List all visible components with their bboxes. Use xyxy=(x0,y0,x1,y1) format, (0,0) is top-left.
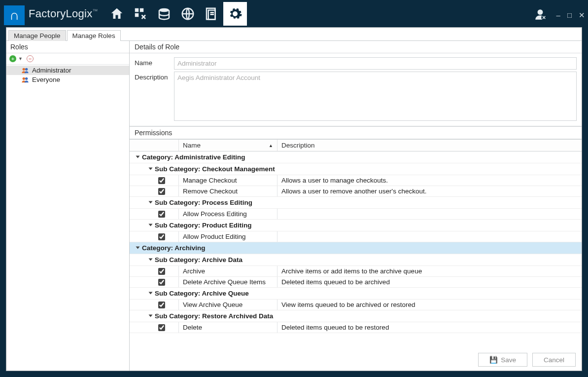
description-label: Description xyxy=(135,72,169,121)
permission-row: ArchiveArchive items or add items to the… xyxy=(130,266,582,277)
permission-checkbox[interactable] xyxy=(158,233,165,240)
permission-row: Remove CheckoutAllows a user to remove a… xyxy=(130,186,582,197)
svg-rect-1 xyxy=(140,8,144,12)
maximize-icon[interactable]: □ xyxy=(567,11,572,20)
svg-point-13 xyxy=(23,77,25,79)
app-logo: ∩ xyxy=(4,5,25,25)
save-button[interactable]: 💾 Save xyxy=(478,353,527,367)
subcategory-row[interactable]: Sub Category: Process Editing xyxy=(130,197,582,209)
permission-checkbox[interactable] xyxy=(158,302,165,308)
tab-manage-roles[interactable]: Manage Roles xyxy=(67,30,121,41)
expand-icon xyxy=(136,155,140,158)
permission-row: View Archive QueueView items queued to b… xyxy=(130,300,582,310)
permission-checkbox[interactable] xyxy=(158,211,165,218)
permission-name: Allow Process Editing xyxy=(179,209,277,219)
category-row[interactable]: Category: Archiving xyxy=(130,242,582,254)
subcategory-row[interactable]: Sub Category: Checkout Management xyxy=(130,163,582,175)
grid-edit-icon[interactable] xyxy=(129,2,152,26)
subcategory-row[interactable]: Sub Category: Restore Archived Data xyxy=(130,310,582,322)
svg-point-3 xyxy=(159,8,169,12)
permission-description: Archive items or add items to the archiv… xyxy=(277,266,582,276)
permissions-title: Permissions xyxy=(130,126,582,139)
permission-description: Deleted items queued to be restored xyxy=(277,322,582,333)
report-icon[interactable] xyxy=(200,2,223,26)
subcategory-row[interactable]: Sub Category: Product Editing xyxy=(130,220,582,231)
role-label: Administrator xyxy=(32,67,71,74)
category-row[interactable]: Category: Administrative Editing xyxy=(130,151,582,163)
add-role-dropdown-icon[interactable]: ▼ xyxy=(18,56,23,61)
permission-checkbox[interactable] xyxy=(158,177,165,184)
footer-buttons: 💾 Save Cancel xyxy=(130,349,582,371)
user-account-icon[interactable] xyxy=(534,8,547,23)
permission-name: Remove Checkout xyxy=(179,186,277,196)
expand-icon xyxy=(136,246,140,249)
expand-icon xyxy=(149,224,153,226)
window-controls: – □ ✕ xyxy=(556,11,585,20)
home-icon[interactable] xyxy=(105,2,129,26)
permission-description xyxy=(277,231,582,242)
permission-description: View items queued to be archived or rest… xyxy=(277,300,582,310)
permission-checkbox[interactable] xyxy=(158,268,165,275)
permission-row: Manage CheckoutAllows a user to manage c… xyxy=(130,175,582,186)
minimize-icon[interactable]: – xyxy=(556,11,560,20)
details-panel: Details of Role Name Description Aegis A… xyxy=(130,41,582,371)
svg-rect-2 xyxy=(135,13,139,17)
permissions-grid[interactable]: Category: Administrative EditingSub Cate… xyxy=(130,151,582,349)
subcategory-row[interactable]: Sub Category: Archive Data xyxy=(130,254,582,266)
globe-icon[interactable] xyxy=(176,2,200,26)
permission-name: Archive xyxy=(179,266,277,276)
svg-rect-0 xyxy=(135,8,139,12)
expand-icon xyxy=(149,167,153,170)
subcategory-row[interactable]: Sub Category: Archive Queue xyxy=(130,288,582,300)
column-name[interactable]: Name▲ xyxy=(179,140,277,151)
details-title: Details of Role xyxy=(130,41,582,53)
stack-icon[interactable] xyxy=(152,2,176,26)
permission-name: View Archive Queue xyxy=(179,300,277,310)
permission-description xyxy=(277,209,582,219)
permission-name: Allow Product Editing xyxy=(179,231,277,242)
settings-icon[interactable] xyxy=(223,2,247,26)
permission-name: Delete xyxy=(179,322,277,333)
delete-role-icon[interactable]: − xyxy=(27,55,34,62)
role-label: Everyone xyxy=(32,76,60,83)
permission-checkbox[interactable] xyxy=(158,324,165,331)
cancel-button[interactable]: Cancel xyxy=(532,353,576,367)
permission-description: Allows a user to remove another user's c… xyxy=(277,186,582,196)
permission-checkbox[interactable] xyxy=(158,279,165,286)
permission-checkbox[interactable] xyxy=(158,188,165,195)
column-description[interactable]: Description xyxy=(277,140,582,151)
client-area: Manage People Manage Roles Roles + ▼ − A… xyxy=(6,27,582,371)
description-field[interactable]: Aegis Administrator Account xyxy=(174,72,577,121)
sort-asc-icon: ▲ xyxy=(269,143,273,148)
people-icon xyxy=(21,76,29,83)
people-icon xyxy=(21,67,29,74)
save-icon: 💾 xyxy=(489,356,498,364)
close-icon[interactable]: ✕ xyxy=(579,11,585,20)
svg-point-9 xyxy=(538,9,543,15)
expand-icon xyxy=(149,292,153,294)
permission-row: DeleteDeleted items queued to be restore… xyxy=(130,322,582,333)
add-role-icon[interactable]: + xyxy=(9,55,16,62)
svg-point-14 xyxy=(25,77,28,79)
permission-name: Delete Archive Queue Items xyxy=(179,277,277,287)
role-form: Name Description Aegis Administrator Acc… xyxy=(130,53,582,125)
permission-description: Allows a user to manage checkouts. xyxy=(277,175,582,186)
roles-toolbar: + ▼ − xyxy=(6,53,129,65)
permission-row: Allow Process Editing xyxy=(130,209,582,220)
permission-name: Manage Checkout xyxy=(179,175,277,186)
column-checkbox[interactable] xyxy=(130,140,179,151)
brand-text: FactoryLogix™ xyxy=(29,7,98,20)
permissions-header: Name▲ Description xyxy=(130,139,582,151)
roles-tree: Administrator Everyone xyxy=(6,65,129,85)
tab-manage-people[interactable]: Manage People xyxy=(8,30,66,41)
permission-row: Delete Archive Queue ItemsDeleted items … xyxy=(130,277,582,288)
expand-icon xyxy=(149,314,153,317)
role-item-administrator[interactable]: Administrator xyxy=(6,66,129,75)
roles-panel: Roles + ▼ − Administrator Everyone xyxy=(6,41,130,371)
svg-point-11 xyxy=(23,68,25,70)
name-label: Name xyxy=(135,57,169,70)
role-item-everyone[interactable]: Everyone xyxy=(6,75,129,84)
tab-strip: Manage People Manage Roles xyxy=(6,28,582,41)
name-field[interactable] xyxy=(174,57,577,70)
permissions-panel: Permissions Name▲ Description Category: … xyxy=(130,126,582,349)
